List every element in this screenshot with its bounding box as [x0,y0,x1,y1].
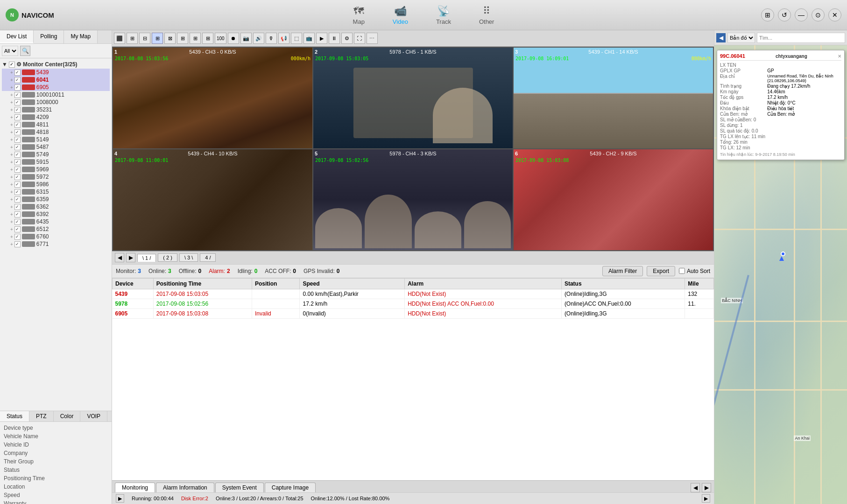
vt-grid16[interactable]: ⊞ [177,33,188,44]
vt-stop[interactable]: ⬛ [114,33,125,44]
tree-item-5972[interactable]: + 5972 [2,173,110,181]
vt-fullscreen[interactable]: ⛶ [354,33,365,44]
tree-item-5986[interactable]: + 5986 [2,181,110,188]
cb-35231[interactable] [14,107,21,113]
alarm-filter-button[interactable]: Alarm Filter [602,266,643,276]
tree-item-5487[interactable]: + 5487 [2,143,110,151]
table-row[interactable]: 6905 2017-09-08 15:03:08 Invalid 0(Inval… [113,308,714,318]
minimize-button[interactable]: — [795,8,808,21]
vt-layout[interactable]: ⬚ [291,33,302,44]
tree-item-5149[interactable]: + 5149 [2,136,110,143]
btab-capture[interactable]: Capture Image [265,483,316,492]
tree-item-5749[interactable]: + 5749 [2,151,110,158]
tree-filter-select[interactable]: All [2,46,18,56]
vt-channel[interactable]: 📺 [304,33,315,44]
cb-6760[interactable] [14,234,21,240]
cb-6435[interactable] [14,219,21,225]
refresh-button[interactable]: ↺ [778,8,791,21]
cb-6512[interactable] [14,226,21,232]
auto-sort-checkbox[interactable] [679,268,685,274]
tree-item-4818[interactable]: + 4818 [2,128,110,136]
tree-item-5439[interactable]: + 5439 [2,69,110,76]
prev-page-button[interactable]: ◀ [115,253,124,262]
cb-6041[interactable] [14,77,21,83]
vt-grid6[interactable]: ⊞ [152,33,163,44]
btab-system-event[interactable]: System Event [215,483,264,492]
tree-item-6041[interactable]: + 6041 [2,76,110,84]
cb-4209[interactable] [14,114,21,120]
cb-5439[interactable] [14,70,21,76]
vt-more[interactable]: ⋯ [367,33,378,44]
vt-settings[interactable]: ⚙ [341,33,353,44]
tree-item-6905[interactable]: + 6905 [2,84,110,91]
cb-6771[interactable] [14,241,21,247]
tree-item-1008000[interactable]: + 1008000 [2,98,110,106]
cb-100010011[interactable] [14,92,21,98]
video-cell-6[interactable]: 6 5439 - CH2 - 9 KB/S 2017-09-08 15:03:0… [514,149,713,250]
search-button[interactable]: 🔍 [20,46,30,56]
page-tab-2[interactable]: ( 2 ) [158,253,177,262]
vt-grid2[interactable]: ⊞ [127,33,138,44]
vt-broadcast[interactable]: 📢 [278,33,289,44]
tree-item-6512[interactable]: + 6512 [2,225,110,233]
map-collapse-button[interactable]: ◀ [716,33,726,42]
status-icon-right[interactable]: ▶ [702,494,710,503]
cb-6392[interactable] [14,211,21,217]
root-checkbox[interactable] [9,62,15,68]
tree-item-6771[interactable]: + 6771 [2,240,110,248]
tree-item-6315[interactable]: + 6315 [2,188,110,196]
vt-rec[interactable]: ⏺ [228,33,239,44]
tree-item-6392[interactable]: + 6392 [2,210,110,218]
tab-voip[interactable]: VOIP [80,411,107,421]
video-cell-3[interactable]: 3 5439 - CH1 - 14 KB/S 2017-09-08 16:09:… [514,48,713,148]
page-tab-3[interactable]: \ 3 \ [179,253,198,262]
cb-5749[interactable] [14,152,21,158]
tree-item-4811[interactable]: + 4811 [2,121,110,128]
btab-monitoring[interactable]: Monitoring [115,483,155,492]
export-button[interactable]: Export [647,266,675,276]
cb-1008000[interactable] [14,99,21,105]
grid-button[interactable]: ⊞ [761,8,774,21]
tree-item-4209[interactable]: + 4209 [2,113,110,121]
cb-6315[interactable] [14,189,21,195]
map-search-input[interactable] [757,33,845,43]
tree-item-6362[interactable]: + 6362 [2,203,110,210]
tree-root[interactable]: ▼ ⚙ Monitor Center(3/25) [2,60,110,69]
nav-other[interactable]: ⠿ Other [465,1,508,29]
tree-item-5969[interactable]: + 5969 [2,166,110,173]
tab-polling[interactable]: Polling [34,30,64,43]
vt-grid25[interactable]: ⊞ [190,33,201,44]
tab-status[interactable]: Status [0,411,29,421]
vt-play[interactable]: ▶ [316,33,327,44]
nav-video[interactable]: 📹 Video [379,1,422,29]
cb-6362[interactable] [14,204,21,210]
restore-button[interactable]: ⊙ [812,8,825,21]
page-tab-1[interactable]: \ 1 / [137,254,156,262]
cb-5149[interactable] [14,137,21,143]
vt-intercom[interactable]: 🎙 [266,33,277,44]
tree-item-6435[interactable]: + 6435 [2,218,110,225]
close-button[interactable]: ✕ [828,8,841,21]
tab-dev-list[interactable]: Dev List [0,30,34,43]
map-type-select[interactable]: Bản đồ [727,33,755,43]
vt-grid4[interactable]: ⊟ [139,33,150,44]
popup-close-button[interactable]: ✕ [838,54,841,59]
vt-audio[interactable]: 🔊 [253,33,264,44]
tab-color[interactable]: Color [54,411,81,421]
nav-map[interactable]: 🗺 Map [339,1,379,29]
cb-5969[interactable] [14,167,21,173]
cb-5972[interactable] [14,174,21,180]
video-cell-1[interactable]: 1 5439 - CH3 - 0 KB/S 2017-08-08 15:03:5… [113,48,312,148]
tree-item-6359[interactable]: + 6359 [2,196,110,203]
map-area[interactable]: Tp. Bắc Giang BẮC NINH An Khai 99C.06041… [714,45,847,504]
vt-100[interactable]: 100 [215,33,226,44]
cb-5915[interactable] [14,159,21,165]
tab-scroll-left[interactable]: ◀ [691,483,700,492]
video-cell-4[interactable]: 4 5439 - CH4 - 10 KB/S 2017-09-08 11:00:… [113,149,312,250]
video-cell-5[interactable]: 5 5978 - CH4 - 3 KB/S 2017-09-08 15:02:5… [313,149,513,250]
table-row[interactable]: 5978 2017-09-08 15:02:56 17.2 km/h HDD(N… [113,299,714,308]
cb-6905[interactable] [14,84,21,91]
next-page-button[interactable]: ▶ [126,253,135,262]
status-icon-left[interactable]: ▶ [116,494,124,503]
tree-item-5915[interactable]: + 5915 [2,158,110,166]
